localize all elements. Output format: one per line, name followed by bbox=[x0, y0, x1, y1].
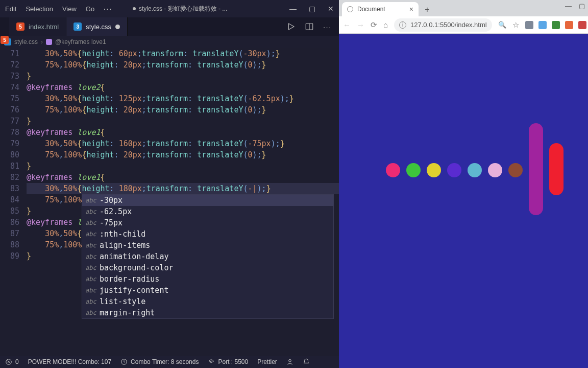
suggestion-kind-icon: abc bbox=[85, 296, 100, 307]
suggestion-item[interactable]: abclist-style bbox=[82, 296, 333, 307]
suggestion-item[interactable]: abcjustify-content bbox=[82, 285, 333, 296]
tab-label: style.css bbox=[86, 23, 111, 31]
home-icon[interactable]: ⌂ bbox=[383, 20, 388, 29]
suggestion-kind-icon: abc bbox=[85, 273, 100, 285]
breadcrumb[interactable]: 3 style.css › @keyframes love1 bbox=[0, 36, 339, 48]
preview-dot bbox=[508, 163, 523, 177]
editor-tab-bar: 5 index.html 3 style.css ··· bbox=[0, 17, 339, 36]
menu-view[interactable]: View bbox=[62, 5, 77, 13]
unsaved-dot-icon bbox=[115, 25, 120, 29]
breadcrumb-file[interactable]: style.css bbox=[14, 38, 38, 45]
suggestion-item[interactable]: abc-30px bbox=[82, 195, 333, 206]
browser-tab-strip: Document × + — ▢ bbox=[339, 0, 588, 16]
html-file-icon[interactable]: 5 bbox=[1, 36, 9, 44]
extensions-area bbox=[525, 21, 588, 29]
suggestion-item[interactable]: abcmargin-right bbox=[82, 307, 333, 318]
split-editor-icon[interactable] bbox=[305, 22, 314, 31]
status-feedback-icon[interactable] bbox=[286, 358, 293, 365]
browser-tab-title: Document bbox=[357, 6, 385, 13]
line-number-gutter: 71727374757677787980818283848586878889 bbox=[0, 48, 27, 356]
suggestion-item[interactable]: abcalign-items bbox=[82, 240, 333, 251]
suggestion-kind-icon: abc bbox=[85, 262, 100, 273]
status-errors[interactable]: 0 bbox=[5, 358, 19, 365]
suggestion-kind-icon: abc bbox=[85, 228, 100, 240]
tab-index-html[interactable]: 5 index.html bbox=[9, 17, 66, 36]
menu-more-icon[interactable]: ··· bbox=[104, 5, 112, 13]
preview-dot bbox=[447, 163, 461, 177]
suggestion-kind-icon: abc bbox=[85, 206, 100, 217]
window-title: style.css - 彩虹爱心加载特效 - ... bbox=[133, 5, 227, 13]
preview-dot bbox=[468, 163, 482, 177]
preview-bar-1 bbox=[529, 123, 543, 215]
browser-window: Document × + — ▢ ← → ⟳ ⌂ i 127.0.0.1:550… bbox=[339, 0, 588, 368]
forward-icon[interactable]: → bbox=[357, 20, 364, 29]
suggestion-kind-icon: abc bbox=[85, 240, 100, 251]
clock-icon bbox=[120, 358, 128, 365]
status-prettier[interactable]: Prettier bbox=[257, 358, 277, 365]
broadcast-icon bbox=[208, 358, 215, 365]
browser-maximize-icon[interactable]: ▢ bbox=[579, 2, 585, 10]
suggestion-item[interactable]: abcbackground-color bbox=[82, 262, 333, 273]
favicon-icon bbox=[347, 6, 353, 12]
person-icon bbox=[286, 358, 293, 365]
back-icon[interactable]: ← bbox=[343, 20, 351, 29]
extension-icon[interactable] bbox=[565, 21, 573, 29]
code-area[interactable]: 30%,50%{height: 60px;transform: translat… bbox=[27, 48, 339, 356]
suggestion-kind-icon: abc bbox=[85, 217, 100, 228]
status-combo-timer[interactable]: Combo Timer: 8 seconds bbox=[120, 358, 199, 365]
browser-tab[interactable]: Document × bbox=[342, 2, 419, 16]
zoom-icon[interactable]: 🔍 bbox=[498, 21, 506, 29]
status-port[interactable]: Port : 5500 bbox=[208, 358, 248, 365]
autocomplete-popup[interactable]: abc-30pxabc-62.5pxabc-75pxabc:nth-childa… bbox=[82, 194, 334, 319]
site-info-icon[interactable]: i bbox=[399, 21, 406, 29]
suggestion-kind-icon: abc bbox=[85, 285, 100, 296]
window-minimize-icon[interactable]: — bbox=[289, 5, 297, 13]
suggestion-item[interactable]: abcborder-radius bbox=[82, 273, 333, 285]
suggestion-item[interactable]: abc-75px bbox=[82, 217, 333, 228]
preview-dot bbox=[386, 163, 400, 177]
suggestion-item[interactable]: abcanimation-delay bbox=[82, 251, 333, 262]
extension-icon[interactable] bbox=[552, 21, 560, 29]
run-icon[interactable] bbox=[286, 22, 296, 31]
symbol-icon bbox=[46, 39, 52, 45]
extension-icon[interactable] bbox=[538, 21, 547, 29]
browser-minimize-icon[interactable]: — bbox=[565, 2, 572, 10]
preview-dot bbox=[427, 163, 441, 177]
reload-icon[interactable]: ⟳ bbox=[371, 20, 377, 30]
more-actions-icon[interactable]: ··· bbox=[323, 23, 332, 31]
suggestion-item[interactable]: abc-62.5px bbox=[82, 206, 333, 217]
error-icon bbox=[5, 358, 12, 365]
code-editor[interactable]: 71727374757677787980818283848586878889 3… bbox=[0, 48, 339, 356]
url-text: 127.0.0.1:5500/index.html bbox=[410, 21, 487, 29]
address-bar[interactable]: i 127.0.0.1:5500/index.html bbox=[394, 18, 492, 32]
bell-icon bbox=[303, 358, 310, 365]
css-file-icon: 3 bbox=[74, 22, 82, 31]
menu-selection[interactable]: Selection bbox=[26, 5, 53, 13]
title-bar: Edit Selection View Go ··· style.css - 彩… bbox=[0, 0, 339, 17]
status-bar: 0 POWER MODE!!! Combo: 107 Combo Timer: … bbox=[0, 356, 339, 368]
breadcrumb-symbol[interactable]: @keyframes love1 bbox=[55, 38, 106, 45]
html-file-icon: 5 bbox=[16, 22, 24, 31]
preview-dot bbox=[488, 163, 502, 177]
window-close-icon[interactable]: ✕ bbox=[328, 5, 334, 13]
bookmark-icon[interactable]: ☆ bbox=[512, 20, 519, 30]
tab-style-css[interactable]: 3 style.css bbox=[66, 17, 128, 36]
status-bell-icon[interactable] bbox=[303, 358, 310, 365]
modified-dot-icon bbox=[133, 7, 136, 10]
browser-toolbar: ← → ⟳ ⌂ i 127.0.0.1:5500/index.html 🔍 ☆ bbox=[339, 16, 588, 34]
page-preview bbox=[339, 34, 588, 368]
new-tab-button[interactable]: + bbox=[421, 3, 434, 16]
window-maximize-icon[interactable]: ▢ bbox=[309, 5, 315, 13]
menu-edit[interactable]: Edit bbox=[5, 5, 16, 13]
menu-go[interactable]: Go bbox=[86, 5, 94, 13]
suggestion-kind-icon: abc bbox=[85, 195, 100, 206]
extension-icon[interactable] bbox=[525, 21, 533, 29]
suggestion-item[interactable]: abc:nth-child bbox=[82, 228, 333, 240]
status-power-mode[interactable]: POWER MODE!!! Combo: 107 bbox=[28, 358, 111, 365]
svg-point-7 bbox=[289, 359, 291, 362]
window-title-text: style.css - 彩虹爱心加载特效 - ... bbox=[139, 5, 227, 13]
suggestion-kind-icon: abc bbox=[85, 307, 100, 318]
tab-label: index.html bbox=[29, 23, 59, 31]
extension-icon[interactable] bbox=[578, 21, 586, 29]
tab-close-icon[interactable]: × bbox=[409, 5, 413, 13]
